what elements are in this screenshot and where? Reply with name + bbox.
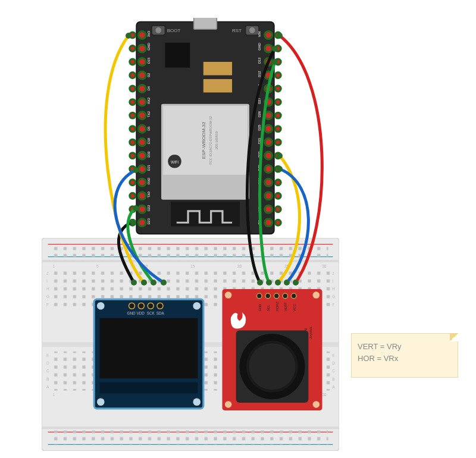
svg-text:25: 25 (284, 264, 289, 268)
svg-rect-92 (165, 43, 190, 68)
svg-point-144 (265, 178, 273, 186)
svg-point-116 (138, 205, 146, 213)
svg-text:D25: D25 (258, 124, 261, 130)
svg-text:D12: D12 (258, 71, 261, 77)
svg-point-147 (265, 219, 273, 227)
esp32-left-header (130, 32, 146, 227)
oled-module: GND VDD SCK SDA (92, 297, 205, 410)
svg-point-115 (138, 192, 146, 200)
svg-point-125 (130, 126, 136, 132)
svg-text:E: E (46, 353, 49, 357)
svg-text:RST: RST (232, 28, 242, 33)
svg-point-111 (138, 139, 146, 146)
svg-point-159 (275, 180, 281, 186)
svg-point-119 (130, 46, 136, 52)
svg-point-83 (249, 343, 295, 390)
note-line2: HOR = VRx (358, 353, 452, 365)
svg-text:GND: GND (258, 43, 261, 51)
svg-point-52 (193, 398, 201, 406)
svg-point-127 (130, 153, 136, 159)
svg-text:D34: D34 (258, 178, 261, 184)
svg-text:GND: GND (127, 311, 136, 315)
svg-text:ESP-WROOM-32: ESP-WROOM-32 (201, 121, 206, 159)
svg-text:VP: VP (258, 206, 261, 211)
svg-point-118 (130, 32, 136, 38)
svg-text:D22: D22 (147, 205, 151, 211)
svg-point-162 (275, 219, 281, 225)
svg-text:B: B (332, 377, 335, 381)
svg-text:D35: D35 (258, 165, 261, 171)
svg-point-146 (265, 205, 273, 213)
svg-point-143 (265, 165, 273, 173)
svg-text:D5: D5 (147, 127, 151, 131)
svg-text:D15: D15 (147, 58, 151, 64)
svg-text:F: F (46, 303, 49, 307)
svg-text:D4: D4 (147, 86, 151, 90)
svg-text:E: E (332, 353, 335, 357)
svg-point-70 (274, 293, 279, 299)
svg-text:J: J (332, 271, 334, 275)
svg-point-138 (265, 98, 273, 106)
svg-text:EN: EN (258, 220, 261, 225)
svg-text:15: 15 (190, 264, 195, 268)
svg-text:I: I (46, 279, 48, 283)
svg-point-136 (265, 71, 273, 79)
svg-point-126 (130, 139, 136, 145)
svg-rect-85 (194, 18, 217, 29)
svg-point-141 (265, 139, 273, 146)
svg-point-130 (130, 193, 136, 199)
joystick-module: GND SEL HORZ VERT VCC Analog Joystick (220, 287, 324, 412)
svg-text:SDA: SDA (156, 311, 165, 315)
svg-point-151 (275, 73, 281, 79)
esp32-board: BOOT RST ESP-WROOM-32 FCC ID:2AC7Z-ESPWR… (128, 18, 283, 238)
svg-text:H: H (332, 287, 335, 291)
svg-text:WiFi: WiFi (171, 160, 178, 164)
svg-text:C: C (332, 369, 335, 373)
svg-point-72 (291, 293, 296, 299)
svg-point-104 (138, 45, 146, 52)
svg-point-158 (275, 166, 281, 172)
svg-text:D: D (332, 361, 335, 365)
svg-rect-2 (42, 426, 339, 429)
svg-point-114 (138, 178, 146, 186)
svg-point-67 (313, 401, 320, 408)
svg-point-65 (313, 291, 320, 299)
svg-point-160 (275, 193, 281, 199)
svg-text:GND: GND (147, 43, 151, 51)
svg-text:A: A (332, 385, 335, 389)
svg-point-51 (97, 398, 105, 406)
svg-text:D27: D27 (258, 98, 261, 103)
svg-point-109 (138, 112, 146, 120)
svg-text:I: I (332, 279, 333, 283)
svg-text:205-160519: 205-160519 (215, 131, 218, 149)
esp32-right-header (265, 32, 281, 227)
svg-rect-94 (203, 79, 232, 93)
svg-point-69 (265, 293, 271, 299)
svg-point-161 (275, 206, 281, 212)
svg-text:D32: D32 (258, 152, 261, 158)
svg-text:20: 20 (237, 264, 242, 268)
svg-point-56 (157, 303, 163, 309)
svg-text:Joystick: Joystick (309, 327, 312, 339)
svg-text:D19: D19 (147, 152, 151, 158)
svg-point-106 (138, 71, 146, 79)
svg-point-108 (138, 98, 146, 106)
svg-text:H: H (46, 287, 49, 291)
svg-point-89 (249, 27, 255, 33)
svg-rect-62 (100, 382, 198, 394)
svg-text:VCC: VCC (293, 304, 296, 311)
svg-rect-13 (52, 431, 328, 445)
svg-point-123 (130, 99, 136, 105)
svg-text:VIN: VIN (258, 32, 261, 37)
svg-point-154 (275, 112, 281, 118)
svg-point-55 (148, 303, 154, 309)
svg-point-68 (256, 293, 262, 299)
svg-text:10: 10 (143, 264, 148, 268)
svg-text:B: B (46, 377, 49, 381)
svg-point-107 (138, 85, 146, 93)
svg-text:D21: D21 (147, 165, 151, 171)
svg-point-66 (225, 401, 232, 408)
svg-text:VERT: VERT (284, 302, 287, 312)
svg-point-122 (130, 86, 136, 92)
svg-point-71 (283, 293, 288, 299)
